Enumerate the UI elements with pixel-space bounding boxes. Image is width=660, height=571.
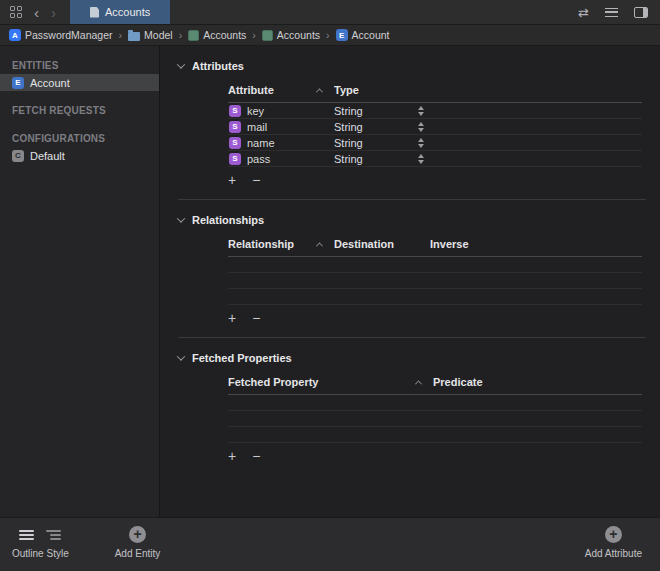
breadcrumb-separator: › — [179, 29, 183, 41]
attributes-section-header[interactable]: Attributes — [178, 60, 646, 72]
attribute-badge-icon: S — [229, 137, 241, 149]
column-header-inverse[interactable]: Inverse — [430, 238, 481, 250]
section-title: Fetched Properties — [192, 352, 292, 364]
sort-ascending-icon — [316, 242, 323, 249]
column-label: Predicate — [433, 376, 483, 388]
tab-bar: ‹ › Accounts ⇄ — [0, 0, 660, 25]
tab-bar-left-controls: ‹ › — [0, 0, 70, 24]
empty-table-row — [228, 411, 642, 427]
type-popup-stepper-icon[interactable] — [418, 122, 424, 132]
breadcrumb-separator: › — [119, 29, 123, 41]
disclosure-chevron-icon — [177, 214, 185, 222]
type-popup-stepper-icon[interactable] — [418, 138, 424, 148]
breadcrumb-label: PasswordManager — [25, 29, 113, 41]
column-label: Destination — [334, 238, 394, 250]
attribute-row[interactable]: S mail String — [228, 119, 642, 135]
breadcrumb-label: Account — [352, 29, 390, 41]
remove-relationship-button[interactable]: − — [252, 311, 260, 325]
attribute-row[interactable]: S name String — [228, 135, 642, 151]
add-attribute-row-button[interactable]: + — [228, 173, 236, 187]
breadcrumb-separator: › — [326, 29, 330, 41]
breadcrumb: A PasswordManager › Model › Accounts › A… — [0, 25, 660, 46]
breadcrumb-label: Accounts — [203, 29, 246, 41]
sort-ascending-icon — [316, 88, 323, 95]
outline-style-table-icon[interactable] — [19, 530, 34, 540]
section-title: Relationships — [192, 214, 264, 226]
empty-table-row — [228, 257, 642, 273]
add-entity-plus-icon[interactable] — [129, 526, 146, 543]
datamodel-icon — [262, 30, 273, 41]
tab-label: Accounts — [105, 6, 150, 18]
forward-button[interactable]: › — [51, 5, 56, 20]
attribute-row[interactable]: S key String — [228, 103, 642, 119]
add-fetched-property-button[interactable]: + — [228, 449, 236, 463]
sidebar-item-label: Account — [30, 77, 70, 89]
column-header-attribute[interactable]: Attribute — [228, 84, 334, 96]
attribute-name-cell: S name — [228, 137, 334, 149]
breadcrumb-label: Accounts — [277, 29, 320, 41]
datamodel-icon — [188, 30, 199, 41]
tab-bar-right-controls: ⇄ — [578, 0, 660, 24]
empty-table-row — [228, 395, 642, 411]
fetched-properties-section-header[interactable]: Fetched Properties — [178, 352, 646, 364]
column-header-predicate[interactable]: Predicate — [433, 376, 495, 388]
section-label-fetch-requests: FETCH REQUESTS — [0, 101, 159, 119]
column-label: Inverse — [430, 238, 469, 250]
remove-attribute-row-button[interactable]: − — [252, 173, 260, 187]
breadcrumb-item-datamodel-version[interactable]: Accounts — [262, 29, 320, 41]
attribute-name: mail — [247, 121, 267, 133]
attributes-table: Attribute Type S key String — [228, 81, 642, 167]
model-sidebar: ENTITIES E Account FETCH REQUESTS CONFIG… — [0, 46, 160, 517]
column-header-relationship[interactable]: Relationship — [228, 238, 334, 250]
breadcrumb-item-entity[interactable]: E Account — [336, 29, 390, 41]
outline-style-label: Outline Style — [12, 548, 69, 559]
section-title: Attributes — [192, 60, 244, 72]
fetched-properties-add-remove-controls: + − — [228, 449, 646, 463]
relationships-section: Relationships Relationship Destination I… — [160, 200, 660, 325]
editor-options-icon[interactable] — [605, 8, 618, 17]
attribute-badge-icon: S — [229, 105, 241, 117]
column-label: Type — [334, 84, 359, 96]
add-entity-control: Add Entity — [115, 526, 161, 559]
column-header-destination[interactable]: Destination — [334, 238, 430, 250]
tab-accounts[interactable]: Accounts — [70, 0, 170, 24]
outline-style-graph-icon[interactable] — [46, 530, 61, 540]
add-attribute-plus-icon[interactable] — [605, 526, 622, 543]
sidebar-item-configuration-default[interactable]: C Default — [0, 147, 159, 164]
sort-ascending-icon — [415, 380, 422, 387]
breadcrumb-label: Model — [144, 29, 173, 41]
entity-editor: Attributes Attribute Type S — [160, 46, 660, 517]
column-label: Fetched Property — [228, 376, 318, 388]
breadcrumb-item-project[interactable]: A PasswordManager — [9, 29, 113, 41]
relationships-table-header: Relationship Destination Inverse — [228, 235, 642, 257]
attribute-badge-icon: S — [229, 153, 241, 165]
fetched-properties-table-header: Fetched Property Predicate — [228, 373, 642, 395]
add-relationship-button[interactable]: + — [228, 311, 236, 325]
folder-icon — [128, 32, 140, 41]
section-label-entities: ENTITIES — [0, 56, 159, 74]
column-label: Relationship — [228, 238, 294, 250]
inspector-toggle-icon[interactable] — [634, 7, 648, 18]
breadcrumb-item-datamodel[interactable]: Accounts — [188, 29, 246, 41]
attribute-type-value: String — [334, 105, 418, 117]
attribute-row[interactable]: S pass String — [228, 151, 642, 167]
remove-fetched-property-button[interactable]: − — [252, 449, 260, 463]
column-header-fetched-property[interactable]: Fetched Property — [228, 376, 433, 388]
disclosure-chevron-icon — [177, 60, 185, 68]
relationships-section-header[interactable]: Relationships — [178, 214, 646, 226]
column-header-type[interactable]: Type — [334, 84, 371, 96]
empty-table-row — [228, 273, 642, 289]
attribute-type-value: String — [334, 137, 418, 149]
back-button[interactable]: ‹ — [34, 5, 39, 20]
attribute-name: key — [247, 105, 264, 117]
empty-table-row — [228, 427, 642, 443]
attribute-name: name — [247, 137, 275, 149]
model-file-icon — [90, 7, 99, 18]
breadcrumb-item-model-folder[interactable]: Model — [128, 29, 173, 41]
type-popup-stepper-icon[interactable] — [418, 106, 424, 116]
code-review-icon[interactable]: ⇄ — [578, 5, 589, 20]
type-popup-stepper-icon[interactable] — [418, 154, 424, 164]
attribute-name-cell: S mail — [228, 121, 334, 133]
sidebar-item-entity-account[interactable]: E Account — [0, 74, 159, 91]
related-items-icon[interactable] — [10, 6, 22, 18]
